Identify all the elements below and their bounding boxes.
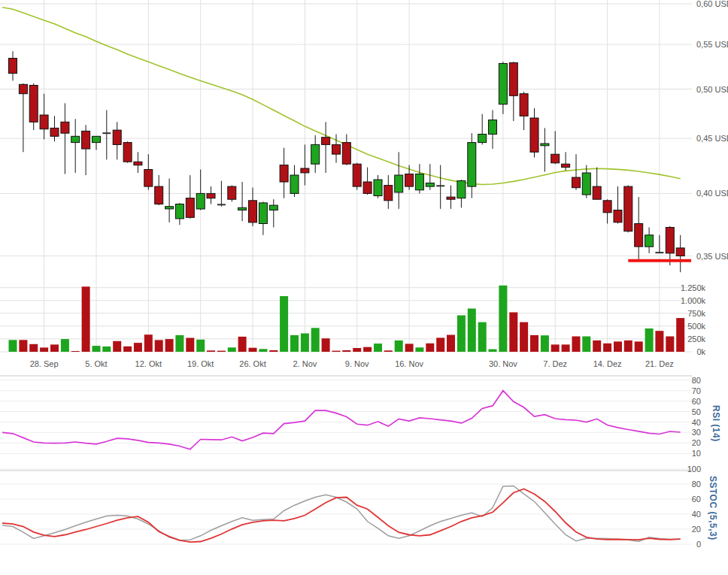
- price-tick-label: 0,35 USD: [696, 252, 728, 261]
- chart-canvas: 0,60 USD0,55 USD0,50 USD0,45 USD0,40 USD…: [0, 0, 728, 575]
- date-tick-label: 2. Nov: [293, 359, 317, 368]
- date-tick-label: 26. Okt: [239, 359, 265, 368]
- date-tick-label: 9. Nov: [345, 359, 369, 368]
- sstoc-tick-label: 60: [692, 495, 701, 504]
- rsi-tick-label: 20: [692, 438, 701, 447]
- price-tick-label: 0,55 USD: [696, 40, 728, 49]
- rsi-tick-label: 80: [692, 376, 701, 385]
- rsi-tick-label: 70: [692, 386, 701, 395]
- rsi-plot-area[interactable]: [0, 376, 692, 471]
- price-plot-area[interactable]: [0, 0, 692, 359]
- sstoc-panel-label: SSTOC (5,5,3): [708, 476, 718, 540]
- price-tick-label: 0,50 USD: [696, 85, 728, 94]
- rsi-tick-label: 50: [692, 407, 701, 416]
- sstoc-tick-label: 40: [692, 510, 701, 519]
- rsi-tick-label: 30: [692, 428, 701, 437]
- sstoc-tick-label: 0: [696, 540, 701, 549]
- sstoc-plot-area[interactable]: [0, 471, 692, 566]
- sstoc-tick-label: 80: [692, 480, 701, 489]
- volume-tick-label: 0k: [696, 347, 705, 356]
- rsi-tick-label: 60: [692, 397, 701, 406]
- rsi-tick-label: 10: [692, 449, 701, 458]
- date-tick-label: 5. Okt: [85, 359, 107, 368]
- date-tick-label: 30. Nov: [489, 359, 517, 368]
- price-tick-label: 0,40 USD: [696, 189, 728, 198]
- rsi-panel-label: RSI (14): [711, 405, 721, 442]
- stock-chart-page: 0,60 USD0,55 USD0,50 USD0,45 USD0,40 USD…: [0, 0, 728, 575]
- date-tick-label: 7. Dez: [543, 359, 567, 368]
- date-tick-label: 19. Okt: [187, 359, 214, 368]
- price-tick-label: 0,60 USD: [696, 0, 728, 8]
- price-tick-label: 0,45 USD: [696, 134, 728, 143]
- date-tick-label: 21. Dez: [645, 359, 674, 368]
- date-tick-label: 16. Nov: [395, 359, 423, 368]
- date-tick-label: 14. Dez: [593, 359, 622, 368]
- date-tick-label: 28. Sep: [30, 359, 59, 368]
- rsi-tick-label: 40: [692, 418, 701, 427]
- date-tick-label: 12. Okt: [135, 359, 162, 368]
- sstoc-tick-label: 20: [692, 525, 701, 534]
- rsi-axis-labels: 8070605040302010: [692, 376, 701, 458]
- date-axis-labels: 28. Sep5. Okt12. Okt19. Okt26. Okt2. Nov…: [30, 359, 674, 368]
- price-axis-labels: 0,60 USD0,55 USD0,50 USD0,45 USD0,40 USD…: [696, 0, 728, 261]
